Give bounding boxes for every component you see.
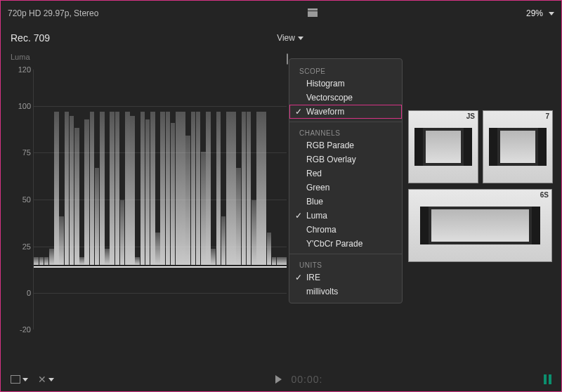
menu-item[interactable]: IRE <box>289 270 402 285</box>
image-icon[interactable] <box>287 54 288 64</box>
view-label: View <box>277 33 295 43</box>
menu-item[interactable]: RGB Parade <box>289 138 402 152</box>
bottom-toolbar: ✕ 00:00: <box>1 367 561 391</box>
play-button[interactable] <box>275 375 282 384</box>
menu-item[interactable]: Vectorscope <box>289 91 402 105</box>
top-info-bar: 720p HD 29.97p, Stereo 29% <box>1 1 561 26</box>
menu-item[interactable]: Y'CbCr Parade <box>289 237 402 251</box>
menu-section-header: SCOPE <box>289 63 402 77</box>
clapper-icon <box>307 8 318 20</box>
menu-item[interactable]: Luma <box>289 209 402 223</box>
thumbnail[interactable]: JS <box>408 110 478 183</box>
view-dropdown[interactable]: View <box>277 33 303 43</box>
thumbnail-label: JS <box>466 112 475 120</box>
play-icon <box>275 375 282 384</box>
thumbnail[interactable]: 6S <box>408 189 552 262</box>
view-menu: SCOPEHistogramVectorscopeWaveformCHANNEL… <box>289 58 403 303</box>
project-title: Rec. 709 <box>11 32 50 44</box>
y-tick: 50 <box>13 195 31 204</box>
y-tick: 25 <box>13 242 31 251</box>
y-tick: 0 <box>13 289 31 297</box>
scope-trace <box>34 103 287 265</box>
format-label: 720p HD 29.97p, Stereo <box>8 8 98 18</box>
effects-tool[interactable]: ✕ <box>38 374 54 385</box>
clip-thumbnails: JS 7 6S <box>408 110 556 262</box>
y-tick: -20 <box>13 325 31 334</box>
app-window: 720p HD 29.97p, Stereo 29% Rec. 709 View… <box>0 0 562 392</box>
y-tick: 75 <box>13 148 31 157</box>
title-bar: Rec. 709 View <box>1 26 561 50</box>
menu-item[interactable]: Red <box>289 166 402 181</box>
waveform-scope: Luma 120 100 75 50 25 0 -20 <box>9 50 290 345</box>
menu-item[interactable]: Blue <box>289 195 402 209</box>
zoom-value[interactable]: 29% <box>526 8 543 18</box>
timecode: 00:00: <box>292 374 323 385</box>
audio-meters <box>544 374 551 384</box>
menu-item[interactable]: RGB Overlay <box>289 152 402 166</box>
y-tick: 100 <box>13 102 31 110</box>
menu-item[interactable]: Histogram <box>289 77 402 91</box>
menu-item[interactable]: Green <box>289 181 402 195</box>
scope-plot: 120 100 75 50 25 0 -20 <box>33 70 287 329</box>
chevron-down-icon[interactable] <box>549 12 554 15</box>
menu-section-header: UNITS <box>289 257 402 270</box>
thumbnail-label: 7 <box>545 112 549 120</box>
thumbnail[interactable]: 7 <box>483 110 553 183</box>
menu-item[interactable]: millivolts <box>289 285 402 299</box>
scope-channel-label: Luma <box>11 53 290 61</box>
crop-tool[interactable] <box>11 375 28 384</box>
scope-baseline <box>34 266 287 268</box>
chevron-down-icon <box>298 37 303 40</box>
menu-item[interactable]: Waveform <box>289 105 402 119</box>
menu-section-header: CHANNELS <box>289 125 402 138</box>
svg-rect-0 <box>308 11 318 17</box>
menu-item[interactable]: Chroma <box>289 223 402 237</box>
svg-marker-1 <box>308 8 318 11</box>
y-tick: 120 <box>13 65 31 74</box>
thumbnail-label: 6S <box>540 191 549 199</box>
